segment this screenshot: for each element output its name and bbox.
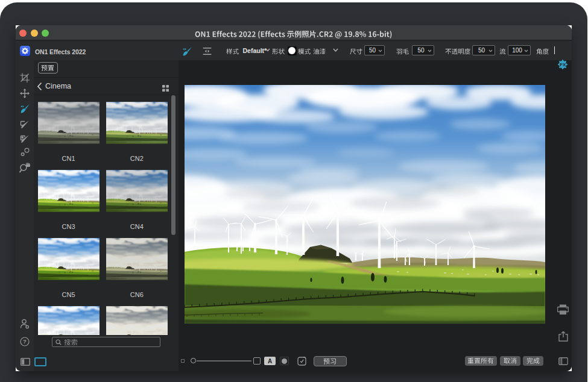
svg-text:FX: FX <box>560 62 566 67</box>
svg-text:?: ? <box>23 338 27 345</box>
